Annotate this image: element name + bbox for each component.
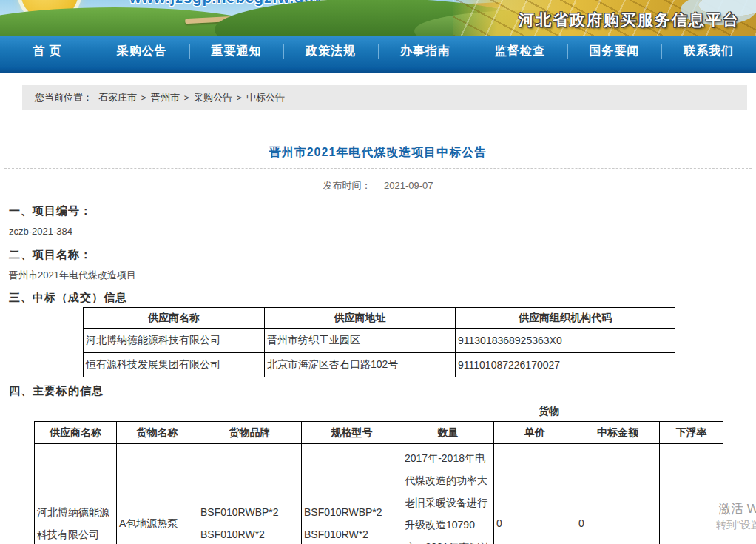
nav-item-policies-regulations[interactable]: 政策法规: [283, 36, 378, 67]
supplier-name-cell: 恒有源科技发展集团有限公司: [84, 353, 265, 377]
breadcrumb: 您当前位置： 石家庄市 ＞ 晋州市 ＞ 采购公告 ＞ 中标公告: [22, 85, 747, 110]
supplier-address-cell: 北京市海淀区杏石口路102号: [265, 353, 456, 377]
publish-date: 2021-09-07: [384, 180, 433, 191]
breadcrumb-separator: ＞: [234, 91, 244, 104]
nav-item-contact-us[interactable]: 联系我们: [661, 36, 756, 67]
main-nav: 首 页 采购公告 重要通知 政策法规 办事指南 监督检查 国务要闻 联系我们: [0, 36, 756, 67]
nav-item-procurement-announcements[interactable]: 采购公告: [95, 36, 189, 67]
article: 晋州市2021年电代煤改造项目中标公告 发布时间： 2021-09-07 一、项…: [0, 144, 756, 544]
goods-discount-rate-cell: [660, 444, 723, 544]
breadcrumb-link-award-announcements[interactable]: 中标公告: [246, 91, 285, 104]
nav-bottom-strip: [0, 67, 756, 73]
windows-activation-watermark-sub: 转到“设置”以激活 Windows。: [716, 519, 756, 532]
col-header-goods-name: 货物名称: [117, 422, 198, 444]
section-heading-main-subject-info: 四、主要标的信息: [9, 383, 756, 398]
goods-group-label: 货物: [539, 404, 756, 418]
project-name-value: 晋州市2021年电代煤改造项目: [9, 269, 756, 282]
page-title: 晋州市2021年电代煤改造项目中标公告: [0, 144, 756, 161]
col-header-supplier-org-code: 供应商组织机构代码: [456, 308, 675, 329]
table-row: 河北博纳德能源科技有限公司 晋州市纺织工业园区 9113018368925363…: [84, 329, 675, 353]
goods-name-cell: A包地源热泵: [117, 444, 198, 544]
col-header-unit-price: 单价: [494, 422, 576, 444]
supplier-org-code-cell: 911101087226170027: [456, 353, 675, 377]
publish-time-label: 发布时间：: [323, 180, 371, 191]
col-header-award-amount: 中标金额: [576, 422, 660, 444]
breadcrumb-separator: ＞: [182, 91, 192, 104]
table-row: 河北博纳德能源科技有限公司 A包地源热泵 BSF010RWBP*2 BSF010…: [35, 444, 723, 544]
col-header-discount-rate: 下浮率: [660, 422, 723, 444]
nav-item-supervision-inspection[interactable]: 监督检查: [473, 36, 567, 67]
site-banner: www.jzsgp.hebcgzfw.gov.cn 河北省政府购买服务信息平台: [0, 0, 756, 36]
goods-award-amount-cell: 0: [576, 444, 660, 544]
goods-table: 供应商名称 货物名称 货物品牌 规格型号 数量 单价 中标金额 下浮率 河北博纳…: [34, 421, 723, 544]
goods-table-header-row: 供应商名称 货物名称 货物品牌 规格型号 数量 单价 中标金额 下浮率: [35, 422, 723, 444]
supplier-name-cell: 河北博纳德能源科技有限公司: [84, 329, 265, 353]
breadcrumb-separator: ＞: [139, 91, 149, 104]
supplier-table-header-row: 供应商名称 供应商地址 供应商组织机构代码: [84, 308, 675, 329]
goods-supplier-cell: 河北博纳德能源科技有限公司: [35, 444, 117, 544]
nav-item-service-guide[interactable]: 办事指南: [378, 36, 473, 67]
project-number-value: zczb-2021-384: [9, 225, 756, 238]
table-row: 恒有源科技发展集团有限公司 北京市海淀区杏石口路102号 91110108722…: [84, 353, 675, 377]
breadcrumb-link-procurement-announcements[interactable]: 采购公告: [194, 91, 232, 104]
section-heading-project-name: 二、项目名称：: [9, 246, 756, 262]
section-heading-project-number: 一、项目编号：: [9, 203, 756, 218]
col-header-supplier-address: 供应商地址: [265, 308, 456, 329]
supplier-address-cell: 晋州市纺织工业园区: [265, 329, 456, 353]
goods-quantity-cell: 2017年-2018年电 代煤改造的功率大 老旧采暖设备进行 升级改造10790…: [402, 444, 494, 544]
title-divider: [4, 168, 752, 169]
breadcrumb-label: 您当前位置：: [35, 91, 92, 104]
supplier-table: 供应商名称 供应商地址 供应商组织机构代码 河北博纳德能源科技有限公司 晋州市纺…: [83, 307, 675, 377]
col-header-supplier-name: 供应商名称: [84, 308, 265, 329]
windows-activation-watermark: 激活 Windows: [718, 500, 756, 517]
col-header-supplier-name: 供应商名称: [35, 422, 117, 444]
supplier-org-code-cell: 9113018368925363X0: [456, 329, 675, 353]
col-header-spec-model: 规格型号: [302, 422, 402, 444]
nav-item-home[interactable]: 首 页: [0, 36, 95, 67]
goods-unit-price-cell: 0: [494, 444, 576, 544]
section-heading-award-info: 三、中标（成交）信息: [9, 289, 756, 305]
col-header-quantity: 数量: [402, 422, 494, 444]
breadcrumb-link-shijiazhuang[interactable]: 石家庄市: [98, 91, 137, 104]
goods-brand-cell: BSF010RWBP*2 BSF010RW*2: [198, 444, 302, 544]
breadcrumb-link-jinzhou[interactable]: 晋州市: [151, 91, 180, 104]
goods-model-cell: BSF010RWBP*2 BSF010RW*2: [302, 444, 402, 544]
publish-time-line: 发布时间： 2021-09-07: [0, 178, 756, 193]
platform-title: 河北省政府购买服务信息平台: [519, 10, 740, 30]
col-header-goods-brand: 货物品牌: [198, 422, 302, 444]
nav-item-state-council-news[interactable]: 国务要闻: [567, 36, 662, 67]
nav-item-important-notices[interactable]: 重要通知: [189, 36, 284, 67]
